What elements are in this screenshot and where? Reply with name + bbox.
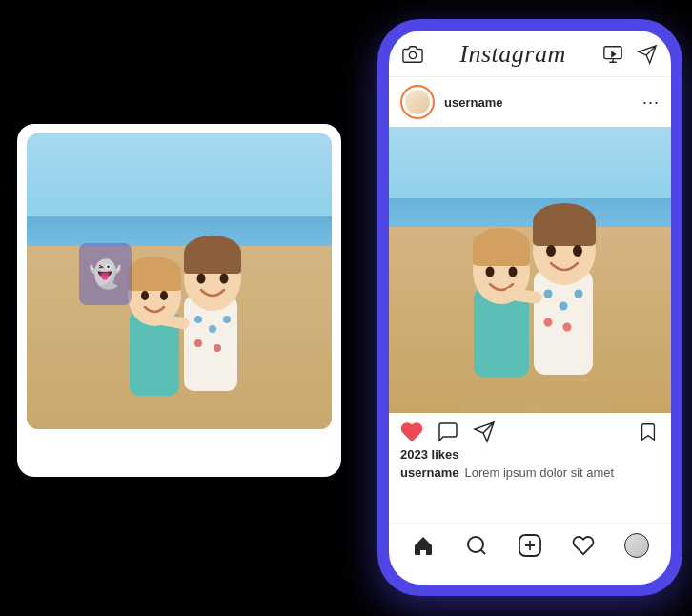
svg-rect-40 (533, 222, 596, 246)
sticker-overlay: 👻 (79, 243, 132, 305)
svg-point-13 (194, 339, 202, 347)
comment-button[interactable] (437, 421, 459, 443)
svg-point-41 (546, 245, 556, 257)
svg-point-21 (409, 51, 416, 58)
home-indicator (389, 569, 671, 585)
svg-point-28 (486, 267, 495, 277)
user-avatar (404, 89, 431, 115)
svg-point-8 (173, 413, 253, 429)
svg-point-35 (575, 290, 583, 298)
like-button[interactable] (400, 421, 423, 443)
instagram-header: Instagram (389, 31, 671, 77)
svg-point-36 (544, 318, 553, 327)
home-indicator-bar (517, 575, 543, 579)
svg-point-14 (214, 344, 221, 352)
post-username[interactable]: username (444, 95, 642, 110)
svg-point-44 (468, 537, 483, 552)
phone-frame: Instagram (377, 19, 682, 596)
post-caption: usernameLorem ipsum dolor sit amet (389, 465, 671, 487)
nav-add-post-button[interactable] (518, 533, 542, 558)
kids-illustration-phone (402, 136, 658, 413)
nav-profile-button[interactable] (624, 533, 649, 558)
bookmark-button[interactable] (637, 421, 660, 443)
svg-point-42 (573, 245, 582, 257)
nav-activity-button[interactable] (571, 533, 596, 558)
action-bar (389, 413, 671, 447)
svg-point-31 (519, 399, 610, 413)
svg-point-34 (560, 302, 568, 311)
svg-point-33 (544, 290, 553, 298)
direct-messages-icon[interactable] (637, 44, 658, 65)
svg-point-10 (194, 316, 202, 323)
svg-rect-27 (473, 245, 530, 266)
svg-point-12 (223, 316, 231, 323)
svg-point-18 (197, 274, 206, 284)
svg-point-29 (509, 267, 518, 277)
reels-icon[interactable] (602, 44, 623, 65)
scene: 👻 Instagram (0, 0, 692, 616)
svg-rect-32 (534, 270, 593, 375)
nav-search-button[interactable] (464, 533, 489, 558)
bottom-nav (389, 523, 671, 569)
svg-rect-17 (184, 253, 241, 274)
svg-point-7 (160, 291, 168, 300)
caption-text: Lorem ipsum dolor sit amet (464, 465, 614, 480)
polaroid-frame: 👻 (17, 124, 341, 477)
phone-screen: Instagram (389, 31, 671, 585)
svg-point-6 (141, 291, 149, 300)
svg-point-19 (220, 274, 229, 284)
header-right-icons (602, 44, 658, 65)
svg-point-11 (209, 325, 216, 333)
share-button[interactable] (473, 421, 496, 443)
instagram-logo: Instagram (459, 40, 565, 69)
svg-rect-4 (128, 272, 181, 291)
more-options-button[interactable]: ··· (642, 93, 660, 111)
post-header: username ··· (389, 77, 671, 127)
post-image (389, 127, 671, 413)
user-avatar-ring[interactable] (400, 85, 435, 119)
svg-point-37 (563, 323, 572, 332)
nav-home-button[interactable] (411, 533, 436, 558)
likes-count: 2023 likes (389, 447, 671, 465)
caption-username: username (400, 465, 458, 480)
ghost-sticker-icon: 👻 (89, 258, 122, 290)
camera-icon[interactable] (402, 44, 423, 65)
polaroid-photo: 👻 (27, 133, 332, 429)
